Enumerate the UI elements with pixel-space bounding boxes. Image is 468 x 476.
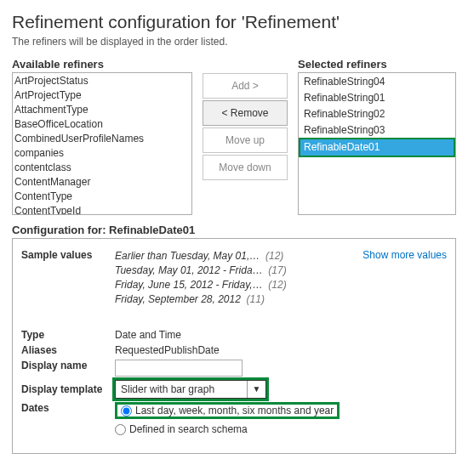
sample-value-count: (12) xyxy=(265,250,283,262)
list-item[interactable]: ContentType xyxy=(14,190,190,204)
sample-value-count: (12) xyxy=(268,279,286,291)
sample-value-text: Friday, June 15, 2012 - Friday,… xyxy=(115,279,263,291)
dropdown-value: Slider with bar graph xyxy=(116,383,247,395)
list-item[interactable]: RefinableString04 xyxy=(300,74,454,90)
config-heading: Configuration for: RefinableDate01 xyxy=(12,224,456,236)
dates-option-lastday-radio[interactable] xyxy=(121,405,132,416)
config-panel: Sample values Earlier than Tuesday, May … xyxy=(12,238,456,454)
display-name-label: Display name xyxy=(21,360,115,371)
dates-option-schema-radio[interactable] xyxy=(115,424,126,435)
chevron-down-icon: ▼ xyxy=(247,381,265,398)
list-item[interactable]: ContentManager xyxy=(14,175,190,190)
list-item[interactable]: companies xyxy=(14,146,190,161)
list-item[interactable]: CombinedUserProfileNames xyxy=(14,132,190,146)
page-subtitle: The refiners will be displayed in the or… xyxy=(12,36,456,48)
sample-value-count: (11) xyxy=(247,293,265,305)
list-item[interactable]: AttachmentType xyxy=(14,103,190,117)
dates-option-lastday-label: Last day, week, month, six months and ye… xyxy=(135,405,334,416)
sample-value-text: Friday, September 28, 2012 xyxy=(115,293,241,305)
available-refiners-listbox[interactable]: ArtProjectStatus ArtProjectType Attachme… xyxy=(12,72,192,215)
selected-refiners-listbox[interactable]: RefinableString04 RefinableString01 Refi… xyxy=(298,72,456,215)
list-item[interactable]: RefinableString02 xyxy=(300,106,454,122)
type-label: Type xyxy=(21,329,115,341)
list-item[interactable]: RefinableString03 xyxy=(300,122,454,139)
sample-value-text: Earlier than Tuesday, May 01,… xyxy=(115,250,260,262)
list-item[interactable]: ContentTypeId xyxy=(14,204,190,215)
move-down-button[interactable]: Move down xyxy=(203,155,288,180)
move-up-button[interactable]: Move up xyxy=(203,128,288,153)
display-name-input[interactable] xyxy=(115,360,243,377)
sample-value-count: (17) xyxy=(268,264,286,276)
display-template-dropdown[interactable]: Slider with bar graph ▼ xyxy=(115,380,266,399)
list-item[interactable]: ArtProjectType xyxy=(14,88,190,103)
display-template-label: Display template xyxy=(21,383,115,395)
remove-button[interactable]: < Remove xyxy=(203,100,288,126)
aliases-label: Aliases xyxy=(21,344,115,356)
show-more-values-link[interactable]: Show more values xyxy=(362,249,447,261)
selected-heading: Selected refiners xyxy=(298,58,456,71)
sample-values-label: Sample values xyxy=(21,249,115,261)
type-value: Date and Time xyxy=(115,329,447,341)
dates-option-schema-label: Defined in search schema xyxy=(129,421,248,438)
dates-label: Dates xyxy=(21,402,115,414)
list-item[interactable]: BaseOfficeLocation xyxy=(14,117,190,132)
available-heading: Available refiners xyxy=(12,58,192,71)
list-item[interactable]: RefinableString01 xyxy=(300,90,454,106)
list-item[interactable]: contentclass xyxy=(14,161,190,175)
page-title: Refinement configuration for 'Refinement… xyxy=(12,12,456,32)
aliases-value: RequestedPublishDate xyxy=(115,344,447,356)
add-button[interactable]: Add > xyxy=(203,73,288,99)
sample-value-text: Tuesday, May 01, 2012 - Frida… xyxy=(115,264,263,276)
list-item[interactable]: ArtProjectStatus xyxy=(14,74,190,88)
sample-values: Earlier than Tuesday, May 01,… (12) Tues… xyxy=(115,249,362,307)
list-item-selected[interactable]: RefinableDate01 xyxy=(299,138,455,157)
